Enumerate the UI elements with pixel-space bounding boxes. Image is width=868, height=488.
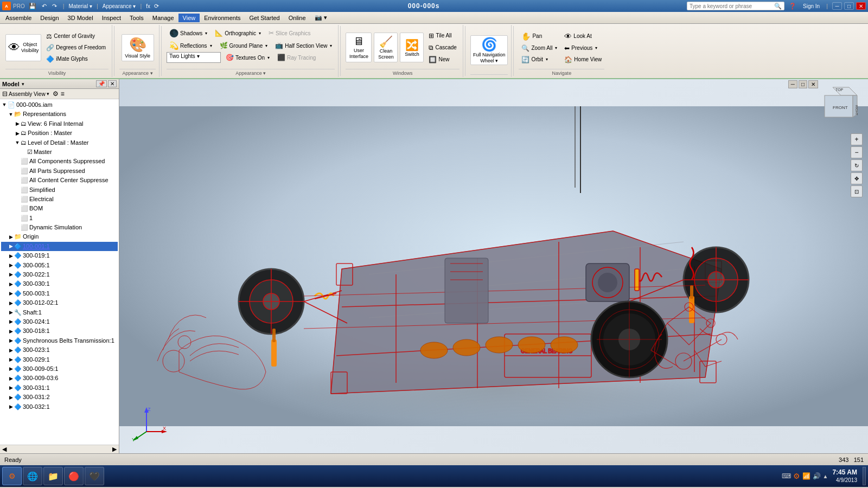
redo-icon[interactable]: ↷: [50, 3, 59, 10]
show-desktop-button[interactable]: [863, 467, 866, 485]
tree-1[interactable]: ⬜ 1: [1, 214, 118, 223]
tree-area[interactable]: ▼ 📄 000-000s.iam ▼ 📂 Representations ▶ 🗂…: [0, 99, 119, 445]
ground-plane-button[interactable]: 🌿 Ground Plane▾: [217, 40, 271, 52]
tree-root[interactable]: ▼ 📄 000-000s.iam: [1, 100, 118, 110]
tree-300-009-05[interactable]: ▶ 🔷 300-009-05:1: [1, 364, 118, 374]
tree-shaft[interactable]: ▶ 🔧 Shaft:1: [1, 308, 118, 317]
tree-500-003[interactable]: ▶ 🔷 500-003:1: [1, 289, 118, 298]
sign-in-button[interactable]: Sign In: [801, 3, 822, 10]
search-input[interactable]: [690, 3, 774, 9]
view-settings-icon[interactable]: ⚙: [53, 90, 59, 98]
volume-icon[interactable]: 🔊: [813, 472, 821, 480]
tree-all-parts[interactable]: ⬜ All Parts Suppressed: [1, 166, 118, 176]
menu-get-started[interactable]: Get Started: [245, 14, 284, 22]
half-section-button[interactable]: 📺 Half Section View▾: [272, 40, 335, 52]
search-box[interactable]: 🔍: [687, 2, 784, 10]
update-icon[interactable]: ⟳: [152, 3, 161, 10]
taskbar-ie[interactable]: 🌐: [23, 467, 42, 485]
viewport-restore[interactable]: □: [799, 80, 807, 88]
menu-online[interactable]: Online: [284, 14, 310, 22]
menu-camera[interactable]: 📷 ▾: [310, 13, 331, 22]
tree-master[interactable]: ☑ Master: [1, 147, 118, 157]
tree-sync-belts[interactable]: ▶ 🔷 Synchronous Belts Transmission:1: [1, 336, 118, 345]
material-dropdown[interactable]: Material ▾: [69, 3, 92, 9]
sidebar-scroll-left[interactable]: ◀: [2, 446, 7, 453]
tree-representations[interactable]: ▼ 📂 Representations: [1, 110, 118, 119]
undo-icon[interactable]: ↶: [40, 3, 48, 10]
tree-100-001[interactable]: ▶ 🔷 100-001:1: [1, 242, 118, 251]
nav-zoom-fit[interactable]: ⊡: [851, 185, 863, 197]
taskbar-explorer[interactable]: 📁: [43, 467, 63, 485]
view-list-icon[interactable]: ≡: [61, 90, 65, 98]
switch-button[interactable]: 🔀 Switch: [400, 33, 424, 62]
tree-300-018[interactable]: ▶ 🔷 300-018:1: [1, 326, 118, 336]
sidebar-pin-button[interactable]: 📌: [96, 80, 107, 87]
visual-style-button[interactable]: 🎨 Visual Style: [122, 34, 154, 61]
textures-button[interactable]: 🎯 Textures On▾: [223, 52, 272, 63]
system-clock[interactable]: 7:45 AM 4/9/2013: [832, 468, 857, 484]
menu-view[interactable]: View: [178, 14, 200, 22]
taskbar-chrome[interactable]: 🔴: [64, 467, 84, 485]
sidebar-dropdown-icon[interactable]: ▾: [22, 81, 24, 87]
tree-view6final[interactable]: ▶ 🗂 View: 6 Final Internal: [1, 119, 118, 129]
shadows-button[interactable]: 🌑 Shadows▾: [167, 27, 210, 39]
tree-bom[interactable]: ⬜ BOM: [1, 204, 118, 213]
imate-glyphs-button[interactable]: 🔷 iMate Glyphs: [43, 54, 108, 65]
tree-lod-master[interactable]: ▼ 🗂 Level of Detail : Master: [1, 138, 118, 147]
tree-300-024[interactable]: ▶ 🔷 300-024:1: [1, 317, 118, 326]
menu-manage[interactable]: Manage: [148, 14, 178, 22]
close-button[interactable]: ✕: [856, 2, 866, 10]
viewport-close[interactable]: ✕: [808, 80, 818, 88]
slice-graphics-button[interactable]: ✂ Slice Graphics: [266, 27, 313, 39]
tree-position-master[interactable]: ▶ 🗂 Position : Master: [1, 129, 118, 138]
tree-origin[interactable]: ▶ 📁 Origin: [1, 232, 118, 241]
tree-300-023[interactable]: ▶ 🔷 300-023:1: [1, 345, 118, 355]
tree-300-031-2[interactable]: ▶ 🔷 300-031:2: [1, 393, 118, 402]
nav-rotate[interactable]: ↻: [851, 159, 863, 171]
menu-inspect[interactable]: Inspect: [98, 14, 125, 22]
tree-300-031-1[interactable]: ▶ 🔷 300-031:1: [1, 383, 118, 393]
tree-300-032[interactable]: ▶ 🔷 300-032:1: [1, 402, 118, 412]
tile-all-button[interactable]: ⊞Tile All: [426, 30, 459, 41]
taskbar-autodesk[interactable]: ⚙: [2, 467, 22, 485]
previous-button[interactable]: ⬅Previous▾: [561, 43, 604, 54]
tree-300-030[interactable]: ▶ 🔷 300-030:1: [1, 279, 118, 288]
menu-environments[interactable]: Environments: [200, 14, 245, 22]
full-nav-wheel-button[interactable]: 🌀 Full NavigationWheel ▾: [470, 35, 508, 66]
menu-tools[interactable]: Tools: [125, 14, 148, 22]
tree-all-content[interactable]: ⬜ All Content Center Suppresse: [1, 176, 118, 185]
tray-expand[interactable]: ▲: [823, 473, 828, 479]
nav-zoom-out[interactable]: −: [851, 146, 863, 158]
menu-design[interactable]: Design: [36, 14, 63, 22]
center-gravity-button[interactable]: ⚖ Center of Gravity: [43, 31, 108, 42]
orbit-button[interactable]: 🔄Orbit▾: [519, 54, 560, 65]
ray-tracing-button[interactable]: ⬛ Ray Tracing: [275, 52, 318, 63]
user-interface-button[interactable]: 🖥 UserInterface: [346, 33, 372, 62]
view-dropdown-icon[interactable]: ▾: [47, 91, 49, 97]
restore-button[interactable]: □: [844, 2, 854, 10]
save-icon[interactable]: 💾: [27, 3, 38, 10]
filter-icon[interactable]: ⊟: [2, 90, 8, 98]
help-icon[interactable]: ❓: [789, 3, 796, 10]
nav-pan[interactable]: ✥: [851, 172, 863, 184]
network-icon[interactable]: 📶: [802, 472, 810, 480]
tree-all-comp[interactable]: ⬜ All Components Suppressed: [1, 157, 118, 166]
autodesk-tray-icon[interactable]: ⚙: [793, 472, 800, 480]
home-view-button[interactable]: 🏠Home View: [561, 54, 604, 65]
tree-300-022[interactable]: ▶ 🔷 300-022:1: [1, 270, 118, 279]
viewport-minimize[interactable]: ─: [788, 80, 797, 88]
tree-300-009-03[interactable]: ▶ 🔷 300-009-03:6: [1, 374, 118, 383]
tree-electrical[interactable]: ⬜ Electrical: [1, 195, 118, 204]
lights-dropdown[interactable]: Two Lights ▾: [167, 52, 221, 63]
look-at-button[interactable]: 👁Look At: [561, 30, 604, 42]
sidebar-scroll-right[interactable]: ▶: [112, 446, 117, 453]
keyboard-icon[interactable]: ⌨: [782, 472, 791, 480]
cascade-button[interactable]: ⧉Cascade: [426, 42, 459, 53]
minimize-button[interactable]: ─: [832, 2, 842, 10]
tree-300-005[interactable]: ▶ 🔷 300-005:1: [1, 261, 118, 270]
viewcube[interactable]: TOP FRONT RIGHT: [819, 85, 863, 128]
menu-assemble[interactable]: Assemble: [1, 14, 36, 22]
object-visibility-button[interactable]: 👁 ObjectVisibility: [5, 34, 41, 61]
tree-300-012[interactable]: ▶ 🔷 300-012-02:1: [1, 298, 118, 307]
clean-screen-button[interactable]: 🧹 CleanScreen: [374, 33, 398, 62]
